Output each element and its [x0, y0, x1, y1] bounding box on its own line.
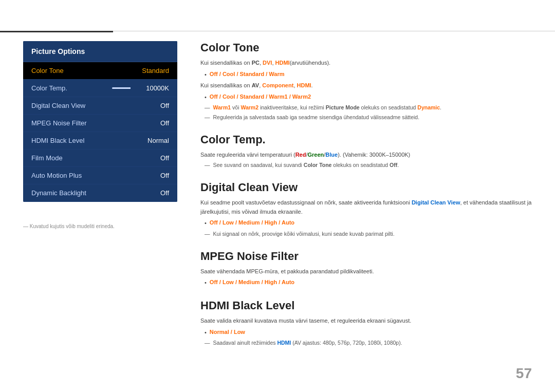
color-tone-subnote2: — Reguleerida ja salvestada saab iga sea… [205, 114, 532, 122]
section-body-hdmi-black-level: Saate valida ekraanil kuvatava musta vär… [200, 316, 532, 347]
color-tone-bullet1: • Off / Cool / Standard / Warm [205, 70, 532, 80]
sidebar-value-digital-clean-view: Off [160, 102, 169, 109]
section-title-color-temp: Color Temp. [200, 133, 532, 146]
color-temp-slider: 10000K [112, 84, 169, 92]
sidebar-label-dynamic-backlight: Dynamic Backlight [31, 189, 86, 197]
mpeg-noise-filter-bullet1: • Off / Low / Medium / High / Auto [205, 278, 532, 288]
section-body-color-tone: Kui sisendallikas on PC, DVI, HDMI(arvut… [200, 59, 532, 122]
section-mpeg-noise-filter: MPEG Noise Filter Saate vähendada MPEG-m… [200, 250, 532, 288]
digital-clean-view-para1: Kui seadme poolt vastuvõetav edastussign… [200, 198, 532, 216]
hdmi-black-level-subnote1: — Saadaval ainult režiimides HDMI (AV aj… [205, 339, 532, 347]
sidebar-item-hdmi-black-level[interactable]: HDMI Black Level Normal [23, 132, 177, 150]
sidebar-value-auto-motion-plus: Off [160, 172, 169, 179]
mpeg-noise-filter-para1: Saate vähendada MPEG-müra, et pakkuda pa… [200, 267, 532, 276]
digital-clean-view-subnote1: — Kui signaal on nõrk, proovige kõiki võ… [205, 230, 532, 238]
section-color-temp: Color Temp. Saate reguleerida värvi temp… [200, 133, 532, 170]
sidebar-label-mpeg-noise-filter: MPEG Noise Filter [31, 119, 87, 127]
section-body-color-temp: Saate reguleerida värvi temperatuuri (Re… [200, 151, 532, 170]
section-color-tone: Color Tone Kui sisendallikas on PC, DVI,… [200, 41, 532, 122]
sidebar-value-mpeg-noise-filter: Off [160, 119, 169, 127]
sidebar-label-film-mode: Film Mode [31, 154, 63, 162]
section-hdmi-black-level: HDMI Black Level Saate valida ekraanil k… [200, 299, 532, 347]
sidebar-value-film-mode: Off [160, 154, 169, 162]
sidebar-item-digital-clean-view[interactable]: Digital Clean View Off [23, 97, 177, 115]
hdmi-black-level-bullet1: • Normal / Low [205, 328, 532, 338]
section-body-digital-clean-view: Kui seadme poolt vastuvõetav edastussign… [200, 198, 532, 238]
sidebar-item-film-mode[interactable]: Film Mode Off [23, 150, 177, 167]
sidebar-item-mpeg-noise-filter[interactable]: MPEG Noise Filter Off [23, 115, 177, 132]
sidebar-label-digital-clean-view: Digital Clean View [31, 102, 85, 109]
section-title-hdmi-black-level: HDMI Black Level [200, 299, 532, 312]
color-temp-para1: Saate reguleerida värvi temperatuuri (Re… [200, 151, 532, 160]
sidebar-label-color-tone: Color Tone [31, 67, 64, 74]
color-tone-subnote1: — Warm1 või Warm2 inaktiveeritakse, kui … [205, 104, 532, 112]
sidebar-title: Picture Options [23, 41, 177, 62]
sidebar-label-color-temp: Color Temp. [31, 84, 67, 92]
sidebar-note: — Kuvatud kujutis võib mudeliti erineda. [23, 223, 115, 229]
sidebar-item-dynamic-backlight[interactable]: Dynamic Backlight Off [23, 184, 177, 202]
color-tone-para1: Kui sisendallikas on PC, DVI, HDMI(arvut… [200, 59, 532, 68]
sidebar-label-hdmi-black-level: HDMI Black Level [31, 137, 84, 144]
section-body-mpeg-noise-filter: Saate vähendada MPEG-müra, et pakkuda pa… [200, 267, 532, 288]
sidebar-item-color-temp[interactable]: Color Temp. 10000K [23, 80, 177, 97]
section-title-color-tone: Color Tone [200, 41, 532, 54]
sidebar-item-auto-motion-plus[interactable]: Auto Motion Plus Off [23, 167, 177, 184]
slider-track [112, 87, 143, 89]
sidebar-value-color-temp: 10000K [146, 84, 169, 92]
main-content: Color Tone Kui sisendallikas on PC, DVI,… [200, 41, 532, 371]
color-tone-para2: Kui sisendallikas on AV, Component, HDMI… [200, 81, 532, 90]
hdmi-black-level-para1: Saate valida ekraanil kuvatava musta vär… [200, 316, 532, 326]
sidebar-label-auto-motion-plus: Auto Motion Plus [31, 172, 82, 179]
section-digital-clean-view: Digital Clean View Kui seadme poolt vast… [200, 181, 532, 238]
sidebar-item-color-tone[interactable]: Color Tone Standard [23, 62, 177, 80]
section-title-digital-clean-view: Digital Clean View [200, 181, 532, 194]
color-tone-bullet2: • Off / Cool / Standard / Warm1 / Warm2 [205, 92, 532, 102]
page-number: 57 [516, 365, 532, 382]
sidebar-value-hdmi-black-level: Normal [147, 137, 169, 144]
top-accent [0, 31, 113, 32]
picture-options-panel: Picture Options Color Tone Standard Colo… [23, 41, 177, 202]
color-temp-subnote1: — See suvand on saadaval, kui suvandi Co… [205, 161, 532, 170]
section-title-mpeg-noise-filter: MPEG Noise Filter [200, 250, 532, 263]
digital-clean-view-bullet1: • Off / Low / Medium / High / Auto [205, 218, 532, 228]
sidebar-value-color-tone: Standard [142, 67, 169, 74]
sidebar-value-dynamic-backlight: Off [160, 189, 169, 197]
